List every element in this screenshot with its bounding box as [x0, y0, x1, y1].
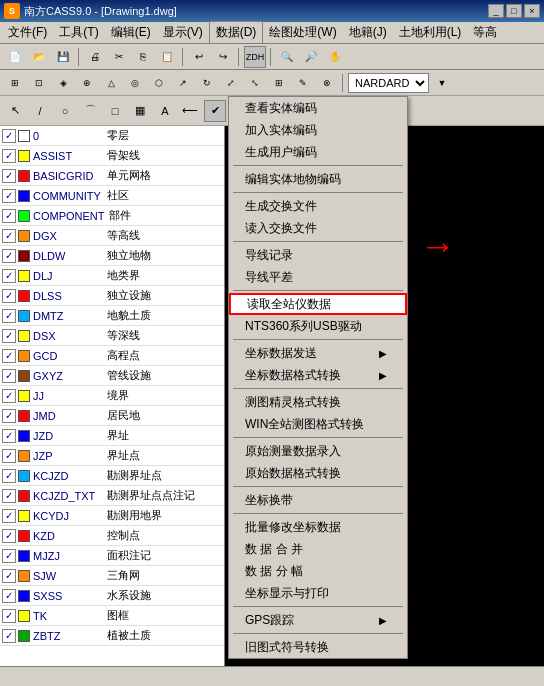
layer-checkbox[interactable] [2, 189, 16, 203]
tb2-btn6[interactable]: ◎ [124, 72, 146, 94]
tb3-btn12[interactable]: ▷ [313, 100, 335, 122]
tb2-btn4[interactable]: ⊕ [76, 72, 98, 94]
tb-btn5[interactable]: ZDH [244, 46, 266, 68]
layer-row[interactable]: DLSS独立设施 [0, 286, 224, 306]
layer-row[interactable]: SXSS水系设施 [0, 586, 224, 606]
tb-cut[interactable]: ✂ [108, 46, 130, 68]
layer-row[interactable]: TK图框 [0, 606, 224, 626]
layer-checkbox[interactable] [2, 269, 16, 283]
layer-checkbox[interactable] [2, 369, 16, 383]
layer-checkbox[interactable] [2, 549, 16, 563]
tb3-circle[interactable]: ○ [54, 100, 76, 122]
layer-row[interactable]: ASSIST骨架线 [0, 146, 224, 166]
layer-row[interactable]: BASICGRID单元网格 [0, 166, 224, 186]
tb3-btn11[interactable]: ⬛ [288, 100, 310, 122]
layer-row[interactable]: JZP界址点 [0, 446, 224, 466]
tb2-btn11[interactable]: ⤡ [244, 72, 266, 94]
tb2-btn7[interactable]: ⬡ [148, 72, 170, 94]
minimize-button[interactable]: _ [488, 4, 504, 18]
layer-checkbox[interactable] [2, 389, 16, 403]
layer-row[interactable]: SJW三角网 [0, 566, 224, 586]
tb3-btn13[interactable]: ◁ [338, 100, 360, 122]
style-select[interactable]: NARDARD [348, 73, 429, 93]
layer-row[interactable]: KCYDJ勘测用地界 [0, 506, 224, 526]
layer-checkbox[interactable] [2, 209, 16, 223]
menu-cadastral[interactable]: 地籍(J) [343, 22, 393, 43]
layer-row[interactable]: GCD高程点 [0, 346, 224, 366]
tb3-select[interactable]: ↖ [4, 100, 26, 122]
tb3-btn9[interactable]: ⊞ [238, 100, 260, 122]
layer-checkbox[interactable] [2, 149, 16, 163]
layer-row[interactable]: JMD居民地 [0, 406, 224, 426]
layer-row[interactable]: MJZJ面积注记 [0, 546, 224, 566]
menu-tools[interactable]: 工具(T) [53, 22, 104, 43]
tb-paste[interactable]: 📋 [156, 46, 178, 68]
layer-row[interactable]: DSX等深线 [0, 326, 224, 346]
menu-contour[interactable]: 等高 [467, 22, 503, 43]
tb3-dim[interactable]: ⟵ [179, 100, 201, 122]
tb3-hatch[interactable]: ▦ [129, 100, 151, 122]
maximize-button[interactable]: □ [506, 4, 522, 18]
tb2-btn9[interactable]: ↻ [196, 72, 218, 94]
layer-row[interactable]: GXYZ管线设施 [0, 366, 224, 386]
tb-zoom[interactable]: 🔎 [300, 46, 322, 68]
tb-redo[interactable]: ↪ [212, 46, 234, 68]
menu-land[interactable]: 土地利用(L) [393, 22, 468, 43]
layer-row[interactable]: KCJZD_TXT勘测界址点点注记 [0, 486, 224, 506]
layer-checkbox[interactable] [2, 529, 16, 543]
tb2-btn10[interactable]: ⤢ [220, 72, 242, 94]
menu-view[interactable]: 显示(V) [157, 22, 209, 43]
close-button[interactable]: × [524, 4, 540, 18]
tb3-arc[interactable]: ⌒ [79, 100, 101, 122]
menu-edit[interactable]: 编辑(E) [105, 22, 157, 43]
layer-row[interactable]: COMMUNITY社区 [0, 186, 224, 206]
tb2-btn14[interactable]: ⊗ [316, 72, 338, 94]
window-controls[interactable]: _ □ × [488, 4, 540, 18]
layer-checkbox[interactable] [2, 249, 16, 263]
layer-checkbox[interactable] [2, 469, 16, 483]
layer-checkbox[interactable] [2, 589, 16, 603]
menu-draw[interactable]: 绘图处理(W) [263, 22, 342, 43]
layer-checkbox[interactable] [2, 229, 16, 243]
tb-search[interactable]: 🔍 [276, 46, 298, 68]
tb3-text[interactable]: A [154, 100, 176, 122]
layer-checkbox[interactable] [2, 509, 16, 523]
tb3-rect[interactable]: □ [104, 100, 126, 122]
layer-row[interactable]: DMTZ地貌土质 [0, 306, 224, 326]
layer-checkbox[interactable] [2, 629, 16, 643]
layer-checkbox[interactable] [2, 329, 16, 343]
tb2-btn15[interactable]: ▼ [431, 72, 453, 94]
layer-checkbox[interactable] [2, 569, 16, 583]
layer-checkbox[interactable] [2, 129, 16, 143]
layer-row[interactable]: DLJ地类界 [0, 266, 224, 286]
drawing-area[interactable] [225, 126, 544, 666]
tb3-btn10[interactable]: ◈ [263, 100, 285, 122]
layer-checkbox[interactable] [2, 429, 16, 443]
layer-row[interactable]: DLDW独立地物 [0, 246, 224, 266]
tb2-btn8[interactable]: ↗ [172, 72, 194, 94]
tb-new[interactable]: 📄 [4, 46, 26, 68]
layer-checkbox[interactable] [2, 169, 16, 183]
tb-print[interactable]: 🖨 [84, 46, 106, 68]
tb-open[interactable]: 📂 [28, 46, 50, 68]
menu-file[interactable]: 文件(F) [2, 22, 53, 43]
tb3-line[interactable]: / [29, 100, 51, 122]
tb-copy[interactable]: ⎘ [132, 46, 154, 68]
layer-checkbox[interactable] [2, 609, 16, 623]
tb-undo[interactable]: ↩ [188, 46, 210, 68]
layer-row[interactable]: KCJZD勘测界址点 [0, 466, 224, 486]
layer-row[interactable]: ZBTZ植被土质 [0, 626, 224, 646]
layer-checkbox[interactable] [2, 449, 16, 463]
layer-row[interactable]: COMPONENT部件 [0, 206, 224, 226]
tb-save[interactable]: 💾 [52, 46, 74, 68]
layer-checkbox[interactable] [2, 349, 16, 363]
layer-row[interactable]: KZD控制点 [0, 526, 224, 546]
tb2-btn13[interactable]: ✎ [292, 72, 314, 94]
layer-checkbox[interactable] [2, 309, 16, 323]
layer-row[interactable]: JJ境界 [0, 386, 224, 406]
tb2-btn3[interactable]: ◈ [52, 72, 74, 94]
tb2-btn5[interactable]: △ [100, 72, 122, 94]
layer-checkbox[interactable] [2, 289, 16, 303]
tb3-checkmark[interactable]: ✔ [204, 100, 226, 122]
tb2-btn2[interactable]: ⊡ [28, 72, 50, 94]
